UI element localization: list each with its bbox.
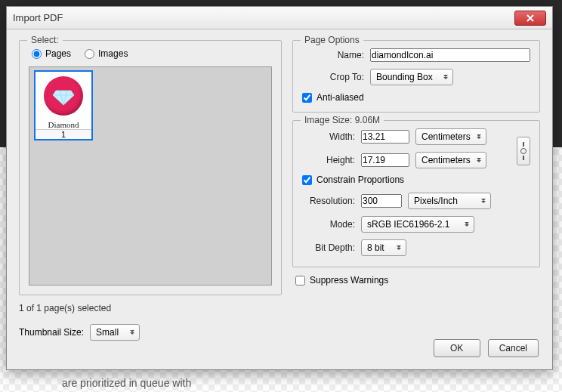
radio-images[interactable]: Images [85,48,128,59]
page-options-fieldset: Page Options Name: Crop To: Bounding Box… [292,40,540,113]
suppress-checkbox[interactable]: Suppress Warnings [295,275,540,286]
ok-button[interactable]: OK [434,339,480,357]
page-options-legend: Page Options [301,35,363,45]
width-input[interactable] [361,130,409,144]
close-button[interactable] [514,11,546,26]
image-size-legend: Image Size: 9.06M [301,115,384,125]
height-unit-select[interactable]: Centimeters [415,152,486,168]
thumbsize-select[interactable]: Small [90,324,140,341]
cancel-label: Cancel [499,343,527,353]
radio-pages[interactable]: Pages [32,48,71,59]
selection-status: 1 of 1 page(s) selected [19,303,282,313]
height-label: Height: [302,155,355,165]
constrain-input[interactable] [302,175,312,185]
name-input[interactable] [370,48,530,62]
resolution-unit: Pixels/Inch [414,196,458,206]
thumb-number: 1 [36,129,91,139]
thumbsize-label: Thumbnail Size: [19,327,84,338]
radio-images-input[interactable] [85,49,94,59]
width-unit: Centimeters [422,131,471,142]
close-icon [526,14,535,22]
link-dimensions-icon[interactable] [517,137,530,165]
height-unit: Centimeters [422,155,471,165]
thumbnail-1[interactable]: Diamond 1 [34,70,93,140]
radio-pages-input[interactable] [32,49,42,59]
select-legend: Select: [27,35,63,45]
mode-value: sRGB IEC61966-2.1 [367,219,449,230]
name-label: Name: [302,50,364,60]
dialog-title: Import PDF [13,12,63,23]
suppress-input[interactable] [295,276,305,286]
width-unit-select[interactable]: Centimeters [415,128,486,145]
select-fieldset: Select: Pages Images [19,40,282,295]
import-pdf-dialog: Import PDF Select: Pages [6,6,553,370]
antialiased-checkbox[interactable]: Anti-aliased [302,92,530,103]
bg-text: are prioritized in queue with [62,377,191,389]
crop-select[interactable]: Bounding Box [370,69,453,85]
resolution-input[interactable] [361,194,402,208]
antialiased-input[interactable] [302,93,312,103]
crop-value: Bounding Box [376,72,433,82]
bitdepth-label: Bit Depth: [302,242,355,253]
mode-select[interactable]: sRGB IEC61966-2.1 [361,216,474,233]
thumb-caption: Diamond [48,120,79,129]
thumb-preview [37,72,90,120]
titlebar: Import PDF [7,7,552,29]
constrain-label: Constrain Proportions [317,174,404,185]
resolution-unit-select[interactable]: Pixels/Inch [408,193,491,209]
thumbnail-area[interactable]: Diamond 1 [29,66,272,286]
antialiased-label: Anti-aliased [317,92,364,103]
ok-label: OK [450,343,463,353]
diamond-icon [44,76,83,116]
radio-pages-label: Pages [45,48,71,59]
suppress-label: Suppress Warnings [310,275,388,286]
constrain-checkbox[interactable]: Constrain Proportions [302,174,530,185]
bitdepth-select[interactable]: 8 bit [361,239,406,256]
resolution-label: Resolution: [302,196,355,206]
thumbsize-value: Small [96,327,119,338]
cancel-button[interactable]: Cancel [488,339,539,357]
image-size-fieldset: Image Size: 9.06M Width: Centimeters [292,120,540,267]
height-input[interactable] [361,153,409,167]
width-label: Width: [302,131,355,142]
radio-images-label: Images [98,48,128,59]
mode-label: Mode: [302,219,355,230]
bitdepth-value: 8 bit [367,242,384,253]
crop-label: Crop To: [302,72,364,82]
